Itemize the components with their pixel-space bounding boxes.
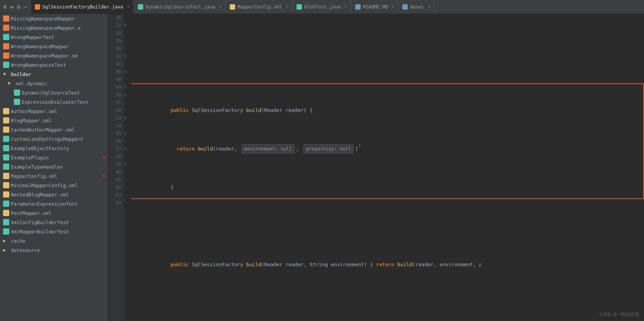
modified-marker: ≡ [102, 173, 106, 179]
code-line-40 [134, 222, 644, 230]
sidebar-item-builder[interactable]: ▼ builder [0, 69, 108, 79]
sidebar-item-parameter-expression-test[interactable]: ParameterExpressionTest [0, 199, 108, 208]
sidebar-item-label: ExampleTypeHandler [11, 164, 63, 170]
sidebar-item-label: WrongNamespaceMapper [11, 44, 69, 49]
sidebar-item-mapper-config[interactable]: MapperConfig.xml ≡ [0, 171, 108, 181]
close-icon[interactable]: ✕ [127, 4, 130, 9]
sidebar-item-example-plugin[interactable]: ExamplePlugin ≡ [0, 153, 108, 162]
sidebar-item-missing-namespace-mapper[interactable]: MissingNamespaceMapper [0, 14, 108, 23]
xml-icon [3, 191, 9, 198]
xml-icon [3, 108, 9, 114]
sidebar-item-example-object-factory[interactable]: ExampleObjectFactory [0, 144, 108, 153]
tab-bar: ⊕ ⇌ ⚙ — SqlSessionFactoryBuilder.java ✕ … [0, 0, 644, 14]
sidebar-item-wrong-namespaces-test[interactable]: WrongNamespacesTest [0, 60, 108, 69]
java-icon [3, 43, 9, 49]
tab-sqlsessionfactorybuilder[interactable]: SqlSessionFactoryBuilder.java ✕ [31, 0, 134, 14]
tab-readme[interactable]: README.MD ✕ [351, 0, 399, 14]
xml-icon [3, 52, 9, 59]
sidebar-item-wrong-namespace-mapper[interactable]: WrongNamespaceMapper [0, 42, 108, 51]
sidebar-item-label: XmlMapperBuilderTest [11, 229, 69, 235]
tab-blobtest[interactable]: BlobTest.java ✕ [293, 0, 351, 14]
sidebar-item-xml-mapper-builder-test[interactable]: XmlMapperBuilderTest [0, 227, 108, 236]
close-icon[interactable]: ✕ [344, 4, 347, 9]
sidebar-item-xml-config-builder-test[interactable]: XmlConfigBuilderTest [0, 218, 108, 227]
sidebar-item-blog-mapper[interactable]: BlogMapper.xml [0, 116, 108, 125]
sidebar-item-label: xml.dynamic [15, 81, 47, 86]
java-icon [3, 34, 9, 40]
xml-icon [3, 182, 9, 188]
sidebar-item-wrong-namespace-mapper-xm[interactable]: WrongNamespaceMapper.xm [0, 51, 108, 60]
code-line-41: public SqlSessionFactory build(Reader re… [134, 261, 644, 269]
sidebar-item-author-mapper[interactable]: AuthorMapper.xml [0, 106, 108, 116]
close-icon[interactable]: ✕ [286, 4, 289, 9]
sidebar-item-cached-author-mapper[interactable]: CachedAuthorMapper.xml [0, 125, 108, 134]
java-icon [3, 25, 9, 31]
sidebar: MissingNamespaceMapper MissingNamespaceM… [0, 14, 108, 321]
code-line-39: } [134, 184, 644, 191]
sidebar-item-label: ParameterExpressionTest [11, 201, 78, 207]
sidebar-item-wrong-mapper-test[interactable]: WrongMapperTest [0, 32, 108, 42]
sidebar-item-dynamic-sql-source-test[interactable]: DynamicSqlSourceTest [0, 88, 108, 97]
sidebar-item-xml-dynamic[interactable]: ▼ xml.dynamic [0, 79, 108, 88]
sidebar-item-post-mapper[interactable]: PostMapper.xml [0, 208, 108, 218]
sidebar-item-label: DynamicSqlSourceTest [22, 90, 80, 96]
tab-label: DynamicSqlSourceTest.java [146, 4, 215, 10]
sidebar-item-label: XmlConfigBuilderTest [11, 220, 69, 225]
sidebar-item-label: NestedBlogMapper.xml [11, 192, 69, 198]
globe-icon[interactable]: ⊕ [3, 3, 7, 10]
java-icon [3, 219, 9, 225]
close-icon[interactable]: ✕ [219, 4, 222, 9]
code-line-38: return build(reader, environment: null, … [134, 145, 644, 153]
sidebar-item-label: ExamplePlugin [11, 155, 49, 160]
minimize-icon[interactable]: — [24, 3, 27, 10]
folder-icon: ▼ [8, 81, 14, 86]
sidebar-item-example-type-handler[interactable]: ExampleTypeHandler [0, 162, 108, 171]
code-content: public SqlSessionFactory build(Reader re… [131, 14, 644, 321]
java-icon [3, 201, 9, 207]
sidebar-item-label: WrongNamespaceMapper.xm [11, 53, 78, 59]
java-file-icon [35, 4, 40, 10]
java-icon [3, 164, 9, 170]
tab-label: BlobTest.java [304, 4, 341, 10]
xml-icon [3, 127, 9, 133]
sidebar-item-label: datasource [11, 247, 40, 253]
sidebar-item-datasource[interactable]: ▶ datasource [0, 245, 108, 255]
sidebar-item-label: ExpressionEvaluatorTest [22, 99, 88, 105]
sidebar-item-cache[interactable]: ▶ cache [0, 236, 108, 245]
code-area: 36 37 38 39 40 41 44 45 48 49 50 51 52 5… [108, 14, 644, 321]
sidebar-item-nested-blog-mapper[interactable]: NestedBlogMapper.xml [0, 190, 108, 199]
folder-icon: ▶ [3, 238, 9, 243]
tab-base[interactable]: Basel ✕ [398, 0, 435, 14]
sidebar-item-label: WrongMapperTest [11, 34, 54, 40]
code-editor[interactable]: 36 37 38 39 40 41 44 45 48 49 50 51 52 5… [108, 14, 644, 321]
sidebar-item-label: cache [11, 238, 25, 244]
settings-icon[interactable]: ⚙ [17, 3, 20, 10]
tab-dynamicsqlsourcetest[interactable]: DynamicSqlSourceTest.java ✕ [134, 0, 226, 14]
close-icon[interactable]: ✕ [428, 4, 431, 9]
sidebar-item-label: builder [11, 71, 31, 77]
tab-label: Basel [410, 4, 424, 10]
close-icon[interactable]: ✕ [392, 4, 395, 9]
sidebar-item-label: PostMapper.xml [11, 210, 51, 216]
main-content: MissingNamespaceMapper MissingNamespaceM… [0, 14, 644, 321]
line-numbers: 36 37 38 39 40 41 44 45 48 49 50 51 52 5… [108, 14, 124, 321]
sidebar-item-label: CachedAuthorMapper.xml [11, 127, 75, 133]
md-file-icon [355, 4, 361, 10]
java-icon [3, 145, 9, 151]
sidebar-item-expression-evaluator-test[interactable]: ExpressionEvaluatorTest [0, 97, 108, 106]
java-icon [14, 90, 20, 96]
sidebar-item-missing-namespace-mapper-x[interactable]: MissingNamespaceMapper.x [0, 23, 108, 32]
sidebar-item-label: BlogMapper.xml [11, 118, 51, 123]
java-icon [3, 62, 9, 68]
sidebar-item-label: MapperConfig.xml [11, 173, 57, 179]
sidebar-item-label: ExampleObjectFactory [11, 145, 69, 151]
code-line-44 [134, 299, 644, 307]
tab-mapperconfig[interactable]: MapperConfig.xml ✕ [226, 0, 293, 14]
modified-marker: ≡ [102, 154, 106, 160]
tab-label: SqlSessionFactoryBuilder.java [42, 4, 124, 10]
java-file-icon [297, 4, 302, 10]
sidebar-item-minimal-mapper-config[interactable]: MinimalMapperConfig.xml [0, 181, 108, 190]
sidebar-item-customized-settings-mapper[interactable]: CustomizedSettingsMapperC [0, 134, 108, 144]
sidebar-item-label: CustomizedSettingsMapperC [11, 136, 83, 142]
split-icon[interactable]: ⇌ [10, 3, 14, 10]
